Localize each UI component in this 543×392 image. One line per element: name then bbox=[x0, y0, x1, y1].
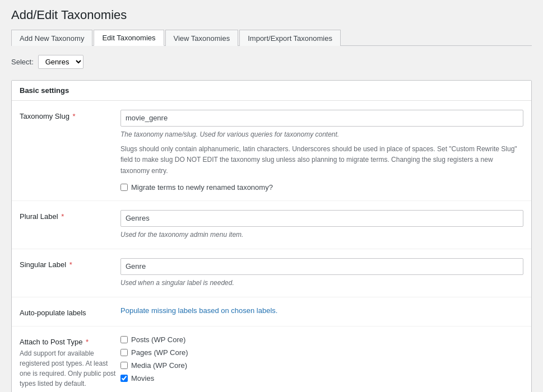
auto-populate-link[interactable]: Populate missing labels based on chosen … bbox=[120, 306, 277, 315]
tab-navigation: Add New Taxonomy Edit Taxonomies View Ta… bbox=[11, 29, 532, 46]
post-type-item-posts: Posts (WP Core) bbox=[120, 335, 523, 344]
auto-populate-label: Auto-populate labels bbox=[20, 309, 86, 317]
taxonomy-slug-input[interactable] bbox=[120, 110, 523, 127]
singular-label-input[interactable] bbox=[120, 258, 523, 275]
post-type-label-pages[interactable]: Pages (WP Core) bbox=[131, 348, 188, 357]
singular-label-row: Singular Label * Used when a singular la… bbox=[12, 249, 531, 297]
post-type-list: Posts (WP Core) Pages (WP Core) Media (W… bbox=[120, 335, 523, 382]
attach-post-type-desc: Add support for available registered pos… bbox=[20, 348, 120, 389]
tab-add-new[interactable]: Add New Taxonomy bbox=[11, 30, 92, 46]
post-type-checkbox-pages[interactable] bbox=[120, 349, 128, 356]
taxonomy-slug-label: Taxonomy Slug bbox=[20, 112, 69, 120]
tab-import-export[interactable]: Import/Export Taxonomies bbox=[239, 30, 341, 46]
plural-label-desc: Used for the taxonomy admin menu item. bbox=[120, 230, 523, 240]
taxonomy-slug-label-col: Taxonomy Slug * bbox=[20, 110, 120, 120]
plural-label-input[interactable] bbox=[120, 210, 523, 227]
attach-post-type-content: Posts (WP Core) Pages (WP Core) Media (W… bbox=[120, 335, 523, 382]
migrate-terms-label[interactable]: Migrate terms to newly renamed taxonomy? bbox=[131, 183, 273, 192]
singular-label-desc: Used when a singular label is needed. bbox=[120, 278, 523, 288]
singular-label-content: Used when a singular label is needed. bbox=[120, 258, 523, 288]
taxonomy-slug-required: * bbox=[71, 112, 76, 120]
auto-populate-content: Populate missing labels based on chosen … bbox=[120, 306, 523, 315]
select-taxonomy[interactable]: Genres bbox=[38, 55, 83, 69]
tab-view[interactable]: View Taxonomies bbox=[165, 30, 239, 46]
post-type-label-movies[interactable]: Movies bbox=[131, 374, 154, 382]
plural-label-row: Plural Label * Used for the taxonomy adm… bbox=[12, 201, 531, 249]
post-type-checkbox-movies[interactable] bbox=[120, 375, 128, 382]
plural-label-label: Plural Label bbox=[20, 212, 58, 221]
tab-edit[interactable]: Edit Taxonomies bbox=[94, 30, 164, 46]
migrate-terms-row: Migrate terms to newly renamed taxonomy? bbox=[120, 183, 523, 192]
taxonomy-slug-desc-italic: The taxonomy name/slug. Used for various… bbox=[120, 129, 523, 139]
taxonomy-slug-row: Taxonomy Slug * The taxonomy name/slug. … bbox=[12, 101, 531, 201]
post-type-item-pages: Pages (WP Core) bbox=[120, 348, 523, 357]
post-type-item-movies: Movies bbox=[120, 374, 523, 382]
post-type-item-media: Media (WP Core) bbox=[120, 361, 523, 370]
post-type-label-posts[interactable]: Posts (WP Core) bbox=[131, 335, 185, 344]
singular-label-label: Singular Label bbox=[20, 260, 66, 269]
plural-label-label-col: Plural Label * bbox=[20, 210, 120, 221]
taxonomy-slug-desc-normal: Slugs should only contain alphanumeric, … bbox=[120, 144, 523, 176]
page-title: Add/Edit Taxonomies bbox=[11, 8, 532, 22]
post-type-checkbox-media[interactable] bbox=[120, 362, 128, 369]
singular-label-label-col: Singular Label * bbox=[20, 258, 120, 269]
select-label: Select: bbox=[11, 58, 34, 66]
auto-populate-label-col: Auto-populate labels bbox=[20, 306, 120, 317]
post-type-label-media[interactable]: Media (WP Core) bbox=[131, 361, 187, 370]
select-row: Select: Genres bbox=[11, 55, 532, 69]
basic-settings-card: Basic settings Taxonomy Slug * The taxon… bbox=[11, 80, 532, 392]
taxonomy-slug-content: The taxonomy name/slug. Used for various… bbox=[120, 110, 523, 192]
attach-post-type-label: Attach to Post Type * bbox=[20, 338, 120, 346]
auto-populate-row: Auto-populate labels Populate missing la… bbox=[12, 297, 531, 326]
attach-post-type-label-col: Attach to Post Type * Add support for av… bbox=[20, 335, 120, 389]
plural-label-content: Used for the taxonomy admin menu item. bbox=[120, 210, 523, 240]
attach-post-type-row: Attach to Post Type * Add support for av… bbox=[12, 326, 531, 392]
basic-settings-body: Taxonomy Slug * The taxonomy name/slug. … bbox=[12, 101, 531, 392]
basic-settings-header: Basic settings bbox=[12, 81, 531, 101]
plural-label-required: * bbox=[59, 212, 64, 221]
post-type-checkbox-posts[interactable] bbox=[120, 336, 128, 343]
migrate-terms-checkbox[interactable] bbox=[120, 184, 128, 191]
singular-label-required: * bbox=[67, 260, 72, 269]
